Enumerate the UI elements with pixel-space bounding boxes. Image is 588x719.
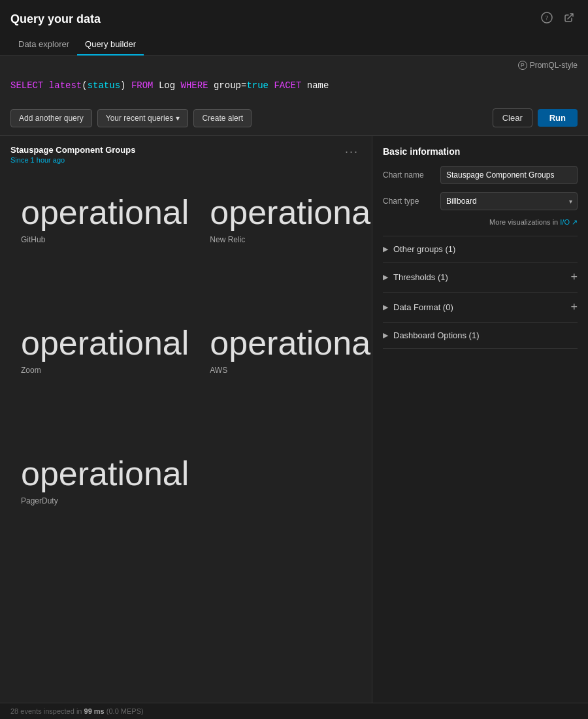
chart-more-button[interactable]: ··· [342,145,361,159]
link-icon[interactable] [561,9,578,29]
billboard-item-pagerduty: operational PagerDuty [10,436,372,566]
footer-events: 28 events inspected in [10,707,82,715]
chart-name-input[interactable] [440,166,578,184]
tab-query-builder[interactable]: Query builder [77,34,144,56]
footer-ms: 99 ms [84,707,105,715]
main-content: Stauspage Component Groups Since 1 hour … [0,136,588,719]
chart-subtitle: Since 1 hour ago [10,156,135,164]
right-panel-title: Basic information [383,146,578,157]
recent-queries-label: Your recent queries [106,114,174,123]
billboard-item-newrelic: operational New Relic [199,174,372,305]
accordion: ▶ Other groups (1) ▶ Thresholds (1) + [383,236,578,349]
billboard-item-github: operational GitHub [10,174,199,305]
billboard-value-zoom: operational [21,325,189,362]
promql-label: PromQL-style [530,61,578,70]
chevron-right-icon-4: ▶ [383,331,388,340]
create-alert-label: Create alert [202,114,243,123]
create-alert-button[interactable]: Create alert [193,109,252,127]
billboard-value-pagerduty: operational [21,455,372,492]
chart-title: Stauspage Component Groups [10,145,135,155]
promql-style-button[interactable]: P PromQL-style [518,61,578,70]
header-icons: ? [538,9,578,29]
accordion-item-dashboard-options: ▶ Dashboard Options (1) [383,323,578,349]
billboard-label-github: GitHub [21,235,189,244]
right-panel: Basic information Chart name Chart type … [372,136,588,719]
billboard-label-zoom: Zoom [21,366,189,375]
fn-keyword: latest [49,80,82,91]
query-toolbar: Add another query Your recent queries ▾ … [10,102,578,135]
promql-icon: P [518,61,527,70]
accordion-item-data-format: ▶ Data Format (0) + [383,293,578,323]
help-icon[interactable]: ? [538,9,555,29]
accordion-label-data-format: Data Format (0) [393,302,453,312]
footer: 28 events inspected in 99 ms (0.0 MEPS) [0,703,588,719]
svg-text:?: ? [546,14,549,22]
facet-field: name [307,80,329,91]
tab-bar: Data explorer Query builder [0,29,588,56]
condition-val: true [246,80,269,91]
billboard-value-github: operational [21,194,189,231]
chart-header: Stauspage Component Groups Since 1 hour … [10,145,361,164]
add-query-label: Add another query [19,114,84,123]
chart-type-select[interactable]: Billboard Table JSON [440,192,578,210]
billboard-label-pagerduty: PagerDuty [21,496,372,505]
accordion-header-dashboard-options[interactable]: ▶ Dashboard Options (1) [383,323,578,348]
billboard-value-aws: operational [210,325,372,362]
chart-type-select-wrapper: Billboard Table JSON ▾ [440,192,578,210]
accordion-header-thresholds[interactable]: ▶ Thresholds (1) + [383,263,578,292]
billboard-label-newrelic: New Relic [210,235,372,244]
viz-link-text: More visualizations in [489,218,560,226]
accordion-left: ▶ Other groups (1) [383,244,455,254]
chevron-right-icon-3: ▶ [383,303,388,312]
page-header: Query your data ? [0,0,588,29]
query-area: P PromQL-style SELECT latest(status) FRO… [0,56,588,136]
billboard-item-aws: operational AWS [199,305,372,436]
chart-panel: Stauspage Component Groups Since 1 hour … [0,136,372,719]
accordion-header-other-groups[interactable]: ▶ Other groups (1) [383,236,578,262]
footer-meps: (0.0 MEPS) [106,707,144,715]
promql-bar: P PromQL-style [10,56,578,72]
accordion-left-data-format: ▶ Data Format (0) [383,302,453,312]
accordion-label-thresholds: Thresholds (1) [393,272,448,282]
chevron-down-icon: ▾ [176,114,180,123]
chart-type-row: Chart type Billboard Table JSON ▾ [383,192,578,210]
table-name: Log [159,80,175,91]
chart-info: Stauspage Component Groups Since 1 hour … [10,145,135,164]
condition-key: group [214,80,241,91]
chevron-right-icon: ▶ [383,245,388,253]
add-query-button[interactable]: Add another query [10,109,92,127]
billboard-grid: operational GitHub operational New Relic… [10,174,361,566]
query-display[interactable]: SELECT latest(status) FROM Log WHERE gro… [10,72,578,102]
where-keyword: WHERE [181,80,208,91]
billboard-label-aws: AWS [210,366,372,375]
chevron-right-icon-2: ▶ [383,273,388,281]
accordion-left-dashboard-options: ▶ Dashboard Options (1) [383,330,480,340]
accordion-label-dashboard-options: Dashboard Options (1) [393,330,480,340]
facet-keyword: FACET [274,80,301,91]
chart-name-label: Chart name [383,170,435,180]
field-value: status [88,80,120,91]
accordion-item-other-groups: ▶ Other groups (1) [383,236,578,263]
tab-data-explorer[interactable]: Data explorer [10,34,77,56]
billboard-value-newrelic: operational [210,194,372,231]
plus-icon-thresholds[interactable]: + [570,270,578,284]
plus-icon-data-format[interactable]: + [570,300,578,314]
accordion-left-thresholds: ▶ Thresholds (1) [383,272,448,282]
accordion-label-other-groups: Other groups (1) [393,244,455,254]
accordion-item-thresholds: ▶ Thresholds (1) + [383,263,578,293]
select-keyword: SELECT [10,80,43,91]
run-button[interactable]: Run [538,109,578,127]
accordion-header-data-format[interactable]: ▶ Data Format (0) + [383,293,578,322]
billboard-item-zoom: operational Zoom [10,305,199,436]
from-keyword: FROM [131,80,154,91]
recent-queries-button[interactable]: Your recent queries ▾ [97,109,189,127]
viz-io-link[interactable]: I/O ↗ [560,218,578,226]
clear-button[interactable]: Clear [493,108,532,127]
chart-time: 1 hour ago [31,156,65,164]
viz-link-row: More visualizations in I/O ↗ [383,218,578,227]
chart-type-label: Chart type [383,197,435,206]
page-title: Query your data [10,12,101,26]
chart-name-row: Chart name [383,166,578,184]
